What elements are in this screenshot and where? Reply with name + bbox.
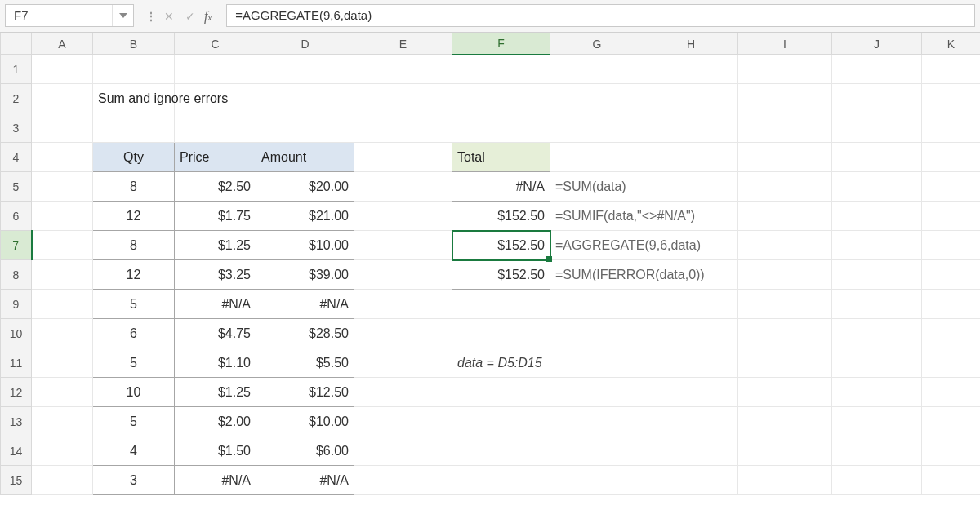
cell-price[interactable]: #N/A <box>175 290 256 319</box>
cell[interactable] <box>256 113 354 143</box>
col-header[interactable]: K <box>922 33 981 55</box>
cell[interactable] <box>644 407 738 436</box>
cell[interactable] <box>175 55 256 84</box>
cell-price[interactable]: $1.10 <box>175 348 256 378</box>
cell[interactable] <box>832 55 922 84</box>
cell[interactable] <box>738 436 832 466</box>
cell[interactable] <box>832 172 922 202</box>
cell[interactable] <box>738 348 832 378</box>
cell[interactable] <box>922 231 981 260</box>
cell[interactable] <box>32 84 93 113</box>
cell[interactable] <box>922 290 981 319</box>
cell[interactable] <box>452 290 550 319</box>
cell[interactable] <box>832 407 922 436</box>
cell[interactable] <box>738 378 832 407</box>
cell-qty[interactable]: 5 <box>93 290 175 319</box>
row-header[interactable]: 10 <box>1 319 32 348</box>
row-header[interactable]: 6 <box>1 202 32 231</box>
totals-header[interactable]: Total <box>452 143 550 172</box>
cell[interactable] <box>32 290 93 319</box>
cell[interactable] <box>738 84 832 113</box>
drag-handle-icon[interactable]: ⋮ <box>145 10 155 23</box>
cell-qty[interactable]: 4 <box>93 436 175 466</box>
cell[interactable] <box>738 407 832 436</box>
cell[interactable] <box>644 55 738 84</box>
accept-icon[interactable] <box>183 10 198 23</box>
cell[interactable] <box>550 436 644 466</box>
cell[interactable] <box>644 113 738 143</box>
cell[interactable] <box>32 378 93 407</box>
cell[interactable] <box>354 378 452 407</box>
cell[interactable] <box>550 143 644 172</box>
cell[interactable] <box>738 172 832 202</box>
formula-display[interactable]: =SUM(IFERROR(data,0)) <box>550 260 644 290</box>
cell[interactable] <box>550 113 644 143</box>
select-all-corner[interactable] <box>1 33 32 55</box>
cancel-icon[interactable] <box>162 10 176 23</box>
cell[interactable] <box>832 436 922 466</box>
row-header[interactable]: 11 <box>1 348 32 378</box>
cell[interactable] <box>738 290 832 319</box>
cell[interactable] <box>32 260 93 290</box>
cell[interactable] <box>550 378 644 407</box>
cell[interactable] <box>93 55 175 84</box>
cell[interactable] <box>644 319 738 348</box>
cell[interactable] <box>644 378 738 407</box>
cell[interactable] <box>32 319 93 348</box>
row-header[interactable]: 2 <box>1 84 32 113</box>
cell[interactable] <box>738 466 832 495</box>
cell[interactable] <box>452 319 550 348</box>
cell[interactable] <box>922 378 981 407</box>
col-header[interactable]: J <box>832 33 922 55</box>
cell[interactable] <box>832 84 922 113</box>
cell[interactable] <box>832 348 922 378</box>
cell[interactable] <box>354 113 452 143</box>
cell[interactable] <box>832 260 922 290</box>
row-header[interactable]: 3 <box>1 113 32 143</box>
cell[interactable] <box>32 231 93 260</box>
cell-qty[interactable]: 12 <box>93 202 175 231</box>
name-box-dropdown-icon[interactable] <box>112 5 133 26</box>
cell-amount[interactable]: $20.00 <box>256 172 354 202</box>
cell-qty[interactable]: 12 <box>93 260 175 290</box>
cell-amount[interactable]: $28.50 <box>256 319 354 348</box>
cell-price[interactable]: $4.75 <box>175 319 256 348</box>
cell[interactable] <box>32 202 93 231</box>
cell[interactable] <box>550 348 644 378</box>
cell-amount[interactable]: $6.00 <box>256 436 354 466</box>
cell-amount[interactable]: $5.50 <box>256 348 354 378</box>
cell[interactable] <box>32 436 93 466</box>
cell[interactable] <box>832 290 922 319</box>
cell[interactable] <box>354 202 452 231</box>
cell[interactable] <box>354 348 452 378</box>
cell[interactable] <box>644 436 738 466</box>
cell[interactable] <box>452 436 550 466</box>
cell[interactable] <box>354 436 452 466</box>
cell-qty[interactable]: 5 <box>93 348 175 378</box>
cell[interactable] <box>922 84 981 113</box>
cell[interactable] <box>452 407 550 436</box>
col-header[interactable]: G <box>550 33 644 55</box>
fx-icon[interactable]: fx <box>204 9 215 24</box>
cell[interactable] <box>550 84 644 113</box>
row-header[interactable]: 12 <box>1 378 32 407</box>
cell-qty[interactable]: 3 <box>93 466 175 495</box>
cell[interactable] <box>175 113 256 143</box>
cell[interactable] <box>256 55 354 84</box>
cell-price[interactable]: $2.50 <box>175 172 256 202</box>
cell-price[interactable]: $2.00 <box>175 407 256 436</box>
name-box-value[interactable]: F7 <box>6 5 112 26</box>
cell-price[interactable]: $3.25 <box>175 260 256 290</box>
grid[interactable]: A B C D E F G H I J K 1 2 Sum and ignore… <box>0 33 980 495</box>
cell[interactable] <box>922 55 981 84</box>
formula-input[interactable]: =AGGREGATE(9,6,data) <box>226 4 975 27</box>
cell[interactable] <box>832 319 922 348</box>
cell[interactable] <box>738 143 832 172</box>
cell[interactable] <box>832 202 922 231</box>
cell[interactable] <box>256 84 354 113</box>
total-value[interactable]: #N/A <box>452 172 550 202</box>
row-header[interactable]: 9 <box>1 290 32 319</box>
data-range-note[interactable]: data = D5:D15 <box>452 348 550 378</box>
data-col-header-amount[interactable]: Amount <box>256 143 354 172</box>
cell[interactable] <box>644 466 738 495</box>
